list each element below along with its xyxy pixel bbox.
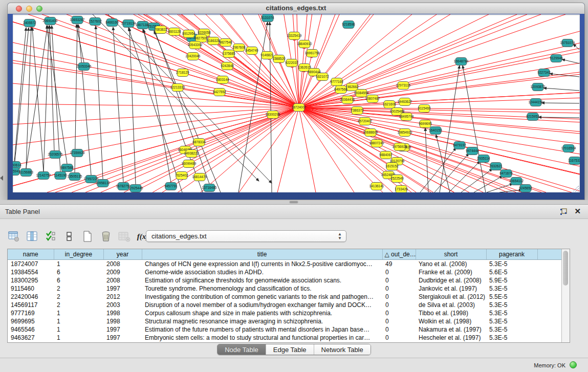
network-node-20691406[interactable]: 20691406 bbox=[43, 17, 58, 25]
network-node-6497568[interactable]: 6497568 bbox=[334, 86, 347, 94]
network-node-13716485[interactable]: 13716485 bbox=[202, 184, 217, 192]
network-node-18495794[interactable]: 18495794 bbox=[399, 113, 414, 121]
table-cell[interactable]: 5.3E-5 bbox=[486, 334, 537, 342]
network-node-10688609[interactable]: 10688609 bbox=[363, 129, 378, 137]
table-cell[interactable]: 2 bbox=[54, 293, 103, 301]
table-cell[interactable]: Changes of HCN gene expression and I(f) … bbox=[142, 259, 382, 268]
table-cell[interactable]: 0 bbox=[382, 268, 416, 276]
table-cell[interactable]: 0 bbox=[382, 285, 416, 293]
table-cell[interactable]: 0 bbox=[382, 325, 416, 334]
network-node-19854923[interactable]: 19854923 bbox=[398, 129, 412, 137]
network-node-13505135[interactable]: 13505135 bbox=[68, 173, 82, 181]
table-cell[interactable]: Genome-wide association studies in ADHD. bbox=[142, 268, 382, 276]
network-node-1640153[interactable]: 1640153 bbox=[429, 127, 442, 135]
network-node-2935114[interactable]: 2935114 bbox=[477, 155, 490, 163]
network-node-8601128[interactable]: 8601128 bbox=[168, 28, 181, 36]
network-node-9242848[interactable]: 9242848 bbox=[221, 62, 234, 70]
scrollbar-thumb[interactable] bbox=[563, 251, 568, 286]
column-header-year[interactable]: year bbox=[103, 249, 142, 259]
table-cell[interactable]: 5.3E-5 bbox=[486, 285, 537, 293]
network-node-8454749[interactable]: 8454749 bbox=[245, 47, 258, 55]
table-cell[interactable] bbox=[537, 259, 562, 268]
network-node-18640910[interactable]: 18640910 bbox=[297, 40, 312, 48]
table-cell[interactable]: 0 bbox=[382, 334, 416, 342]
table-cell[interactable]: 1997 bbox=[103, 325, 142, 334]
table-cell[interactable]: Investigating the contribution of common… bbox=[142, 293, 382, 301]
table-row[interactable]: 1938455462009Genome-wide association stu… bbox=[8, 268, 562, 276]
table-row[interactable]: 911546021997Tourette syndrome. Phenomeno… bbox=[8, 285, 562, 293]
network-node-16099489[interactable]: 16099489 bbox=[182, 160, 197, 168]
table-cell[interactable]: Dudbridge et al. (2008) bbox=[416, 276, 486, 285]
network-node-10653287[interactable]: 10653287 bbox=[70, 16, 85, 24]
network-node-1167533[interactable]: 1167533 bbox=[569, 157, 580, 165]
column-header-pagerank[interactable]: pagerank bbox=[486, 249, 537, 259]
table-cell[interactable]: 0 bbox=[382, 301, 416, 309]
network-node-12093872[interactable]: 12093872 bbox=[531, 83, 546, 91]
column-header-name[interactable]: name bbox=[8, 249, 54, 259]
table-cell[interactable]: 5.5E-5 bbox=[486, 293, 537, 301]
network-node-1615152[interactable]: 1615152 bbox=[385, 163, 399, 170]
column-header-filler[interactable] bbox=[537, 249, 562, 259]
table-cell[interactable]: 1998 bbox=[103, 317, 142, 325]
table-vertical-scrollbar[interactable] bbox=[561, 249, 570, 342]
network-node-15751074[interactable]: 15751074 bbox=[560, 39, 575, 47]
close-window-icon[interactable] bbox=[16, 6, 22, 12]
network-node-14136141[interactable]: 14136141 bbox=[369, 183, 384, 190]
network-node-10543392[interactable]: 10543392 bbox=[188, 41, 203, 49]
column-header-short[interactable]: short bbox=[416, 249, 486, 259]
network-node-16814479[interactable]: 16814479 bbox=[192, 173, 207, 181]
network-node-8186328[interactable]: 8186328 bbox=[207, 37, 220, 45]
column-header-in_degree[interactable]: in_degree bbox=[54, 249, 103, 259]
table-cell[interactable] bbox=[537, 325, 562, 334]
table-cell[interactable] bbox=[537, 317, 562, 325]
network-node-17359928[interactable]: 17359928 bbox=[70, 149, 85, 157]
table-cell[interactable]: Wolkin et al. (1998) bbox=[416, 317, 486, 325]
close-panel-icon[interactable]: ✕ bbox=[574, 207, 581, 216]
table-cell[interactable]: Structural magnetic resonance image aver… bbox=[142, 317, 382, 325]
network-node-9215953[interactable]: 9215953 bbox=[526, 113, 539, 121]
table-cell[interactable] bbox=[537, 276, 562, 285]
network-node-1145190[interactable]: 1145190 bbox=[54, 172, 67, 180]
show-columns-icon[interactable] bbox=[26, 230, 39, 243]
network-node-2967608[interactable]: 2967608 bbox=[232, 44, 246, 52]
network-window-titlebar[interactable]: citations_edges.txt bbox=[8, 3, 584, 14]
table-cell[interactable]: 9115460 bbox=[8, 285, 54, 293]
table-cell[interactable]: 9777169 bbox=[8, 309, 54, 317]
canvas-resize-grip-icon[interactable] bbox=[573, 186, 579, 192]
citation-network-graph[interactable]: 2405572206914061065328715276028466160107… bbox=[13, 14, 580, 192]
network-node-2405572[interactable]: 2405572 bbox=[23, 19, 36, 27]
row-height-icon[interactable] bbox=[62, 230, 76, 243]
network-node-18724007[interactable]: 18724007 bbox=[292, 104, 307, 112]
table-row[interactable]: 977716911998Corpus callosum shape and si… bbox=[8, 309, 562, 317]
table-cell[interactable]: 2 bbox=[54, 285, 103, 293]
table-row[interactable]: 946554611997Estimation of the future num… bbox=[8, 325, 562, 334]
network-node-13325419[interactable]: 13325419 bbox=[287, 32, 302, 40]
network-node-8878334[interactable]: 8878334 bbox=[192, 139, 206, 146]
table-cell[interactable]: Estimation of significance thresholds fo… bbox=[142, 276, 382, 285]
table-cell[interactable]: 5.6E-5 bbox=[486, 268, 537, 276]
network-node-10654112[interactable]: 10654112 bbox=[509, 178, 524, 185]
network-node-16961758[interactable]: 16961758 bbox=[305, 50, 320, 57]
table-cell[interactable]: 6 bbox=[54, 276, 103, 285]
tab-edge-table[interactable]: Edge Table bbox=[266, 344, 314, 355]
network-node-7632621[interactable]: 7632621 bbox=[489, 163, 503, 170]
west-panel-collapse-handle-icon[interactable] bbox=[0, 176, 3, 181]
network-node-8479197[interactable]: 8479197 bbox=[453, 142, 466, 149]
network-node-9699695[interactable]: 9699695 bbox=[419, 120, 432, 128]
network-node-2803144[interactable]: 2803144 bbox=[216, 76, 229, 84]
table-cell[interactable]: 6 bbox=[54, 268, 103, 276]
table-cell[interactable]: 0 bbox=[382, 276, 416, 285]
network-node-8471676[interactable]: 8471676 bbox=[499, 170, 513, 178]
table-options-icon[interactable] bbox=[7, 230, 20, 243]
network-node-1588520[interactable]: 1588520 bbox=[272, 55, 286, 63]
network-node-18300295[interactable]: 18300295 bbox=[266, 111, 280, 119]
network-node-7625402[interactable]: 7625402 bbox=[175, 172, 188, 180]
table-cell[interactable]: 18724007 bbox=[8, 259, 54, 268]
table-cell[interactable]: 0 bbox=[382, 309, 416, 317]
network-node-15720407[interactable]: 15720407 bbox=[358, 118, 373, 125]
table-cell[interactable]: 1997 bbox=[103, 285, 142, 293]
network-node-9222037[interactable]: 9222037 bbox=[285, 59, 298, 67]
network-node-19756928[interactable]: 19756928 bbox=[393, 143, 407, 151]
table-cell[interactable] bbox=[537, 334, 562, 342]
table-cell[interactable]: de Silva et al. (2003) bbox=[416, 301, 486, 309]
